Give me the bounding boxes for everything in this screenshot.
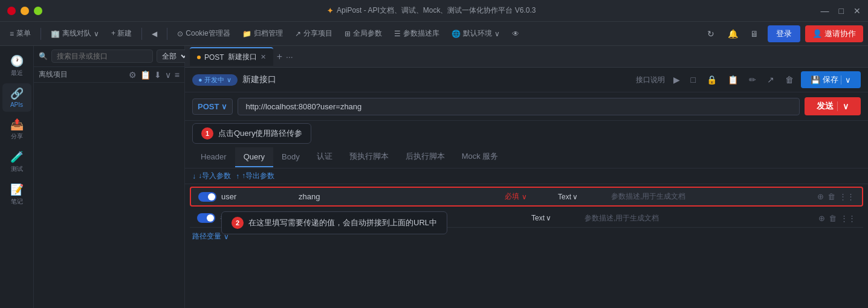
win-maximize-icon[interactable]: □ (839, 6, 844, 16)
save-button[interactable]: 💾 保存 ∨ (801, 71, 861, 88)
share-btn[interactable]: ↗ 分享项目 (290, 26, 337, 41)
callout-1-num: 1 (201, 127, 213, 140)
refresh-btn[interactable]: ↻ (702, 25, 719, 42)
tab-more-btn[interactable]: ··· (286, 52, 293, 62)
param-type-1[interactable]: Text ∨ (558, 193, 606, 201)
sidebar-item-notes[interactable]: 📝 笔记 (2, 179, 31, 210)
tab-query[interactable]: Query (235, 147, 273, 167)
param-value-1[interactable]: zhang (299, 192, 500, 201)
notes-icon: 📝 (10, 183, 24, 196)
send-button[interactable]: 发送 ∨ (805, 97, 861, 115)
menu-btn[interactable]: ≡ 菜单 (5, 26, 36, 41)
edit-action-icon[interactable]: ✏ (745, 74, 760, 86)
cookie-btn[interactable]: ⊙ Cookie管理器 (172, 26, 235, 41)
import-params-btn[interactable]: ↓ ↓导入参数 (192, 171, 231, 181)
callout-1-bubble: 1 点击Query使用路径传参 (192, 123, 311, 144)
tab-header[interactable]: Header (192, 147, 235, 167)
sidebar-item-test[interactable]: 🧪 测试 (2, 147, 31, 177)
win-close-icon[interactable]: ✕ (853, 6, 861, 16)
eye-btn[interactable]: 👁 (507, 27, 524, 40)
tab-auth[interactable]: 认证 (308, 146, 341, 168)
param-type-2[interactable]: Text ∨ (531, 214, 580, 222)
menu-label: 菜单 (16, 28, 31, 39)
callout-2-container: 2 在这里填写需要传递的值，会自动拼接到上面的URL中 (221, 211, 447, 234)
maximize-btn[interactable] (34, 7, 42, 15)
param-db-btn[interactable]: ☰ 参数描述库 (389, 26, 444, 41)
app-title: ApiPost - API文档、调试、Mock、测试一体化协作平台 V6.0.3 (337, 5, 536, 16)
tab-mock[interactable]: Mock 服务 (453, 146, 507, 168)
param-desc-1[interactable]: 参数描述,用于生成文档 (611, 191, 812, 202)
param-toggle-2[interactable] (197, 213, 215, 223)
send-dropdown-icon[interactable]: ∨ (837, 101, 849, 111)
tab-pre-script[interactable]: 预执行脚本 (341, 146, 397, 168)
param-row-1: user zhang 必填 ∨ Text ∨ 参数描述,用于生成文档 ⊕ 🗑 ⋮… (190, 187, 863, 207)
stop-action-icon[interactable]: □ (687, 74, 699, 86)
login-button[interactable]: 登录 (768, 25, 800, 42)
file-tree-toolbar: 离线项目 ⚙ 📋 ⬇ ∨ ≡ (34, 67, 184, 83)
new-btn[interactable]: + 新建 (106, 26, 137, 41)
tab-body[interactable]: Body (273, 147, 308, 167)
tab-add-btn[interactable]: + (273, 51, 286, 62)
archive-btn[interactable]: 📁 归档管理 (238, 26, 288, 41)
param-delete-icon[interactable]: 🗑 (828, 192, 835, 201)
play-action-icon[interactable]: ▶ (670, 74, 684, 86)
apis-icon: 🔗 (10, 87, 24, 100)
global-icon: ⊞ (345, 30, 351, 38)
param-required-label: 必填 (505, 191, 519, 202)
send-label: 发送 (817, 101, 834, 112)
minimize-btn[interactable] (21, 7, 29, 15)
tab-post-script[interactable]: 后执行脚本 (397, 146, 453, 168)
delete-action-icon[interactable]: 🗑 (782, 74, 797, 86)
win-minimize-icon[interactable]: — (821, 6, 829, 16)
default-env-btn[interactable]: 🌐 默认环境 ∨ (447, 26, 505, 41)
list-tree-icon[interactable]: ≡ (175, 70, 180, 80)
invite-button[interactable]: 👤 邀请协作 (805, 25, 863, 42)
download-tree-icon[interactable]: ⬇ (154, 70, 161, 80)
export-params-btn[interactable]: ↑ ↑导出参数 (236, 171, 274, 181)
content-area: POST 新建接口 ✕ + ··· ● 开发中 ∨ 接口说明 ▶ □ 🔒 📋 ✏… (185, 46, 868, 308)
lock-action-icon[interactable]: 🔒 (703, 74, 721, 86)
param-desc-2: 参数描述,用于生成文档 (585, 213, 814, 223)
share-tree-icon[interactable]: ⚙ (129, 70, 137, 80)
param-toggle-1[interactable] (198, 192, 216, 202)
env-badge[interactable]: ● 开发中 ∨ (192, 74, 238, 86)
search-input[interactable] (51, 50, 153, 63)
global-param-btn[interactable]: ⊞ 全局参数 (340, 26, 387, 41)
copy-tree-icon[interactable]: 📋 (140, 70, 151, 80)
import-label: ↓导入参数 (198, 171, 231, 181)
param-add-icon[interactable]: ⊕ (817, 192, 824, 201)
method-select[interactable]: POST ∨ (192, 98, 233, 115)
bell-btn[interactable]: 🔔 (724, 25, 741, 42)
param-type-label: Text (558, 193, 571, 201)
cookie-icon: ⊙ (177, 30, 183, 38)
scope-select[interactable]: 全部 (157, 50, 189, 63)
sidebar-item-share[interactable]: 📤 分享 (2, 114, 31, 144)
close-btn[interactable] (7, 7, 16, 15)
param-db-icon: ☰ (394, 30, 401, 38)
param-name-1[interactable]: user (221, 192, 294, 201)
export-action-icon[interactable]: ↗ (763, 74, 778, 86)
test-label: 测试 (11, 165, 23, 173)
request-header: ● 开发中 ∨ 接口说明 ▶ □ 🔒 📋 ✏ ↗ 🗑 💾 保存 ∨ (185, 68, 868, 92)
param-2-add-icon[interactable]: ⊕ (818, 214, 825, 223)
url-input[interactable] (238, 98, 800, 115)
expand-tree-icon[interactable]: ∨ (165, 70, 171, 80)
param-2-drag-icon[interactable]: ⋮⋮ (840, 214, 856, 223)
env-chevron-icon: ∨ (494, 30, 500, 38)
monitor-btn[interactable]: 🖥 (746, 25, 763, 42)
param-required-1[interactable]: 必填 ∨ (505, 191, 553, 202)
request-name-input[interactable] (242, 75, 631, 85)
save-dropdown-icon[interactable]: ∨ (841, 75, 851, 85)
export-label: ↑导出参数 (242, 171, 274, 181)
req-desc-label: 接口说明 (636, 75, 665, 85)
param-2-delete-icon[interactable]: 🗑 (829, 214, 837, 223)
offline-team-btn[interactable]: 🏢 离线对队 ∨ (46, 26, 104, 41)
sidebar-item-recent[interactable]: 🕐 最近 (2, 51, 31, 81)
tab-close-icon[interactable]: ✕ (261, 53, 266, 61)
tab-mock-label: Mock 服务 (462, 152, 499, 161)
sidebar-item-apis[interactable]: 🔗 APIs (2, 83, 31, 112)
copy-action-icon[interactable]: 📋 (724, 74, 742, 86)
param-drag-icon[interactable]: ⋮⋮ (839, 192, 855, 201)
tab-main[interactable]: POST 新建接口 ✕ (190, 47, 273, 66)
back-btn[interactable]: ◀ (147, 27, 162, 40)
